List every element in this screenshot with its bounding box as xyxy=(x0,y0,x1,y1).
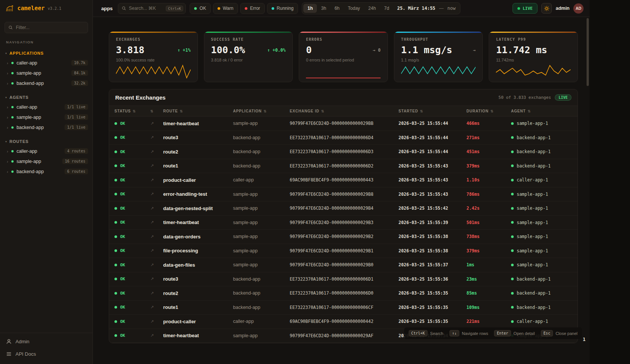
sidebar-item[interactable]: › sample-app 1/1 live xyxy=(0,112,93,122)
status-filter-pill[interactable]: Error xyxy=(240,3,265,14)
status-filter-pill[interactable]: Running xyxy=(267,3,298,14)
sidebar-item-label: sample-app xyxy=(17,115,41,120)
table-header: STATUS⇅⇅ROUTE⇅APPLICATION⇅EXCHANGE ID⇅ST… xyxy=(109,106,578,117)
column-header[interactable]: ⇅ xyxy=(150,109,163,113)
card-sparkline xyxy=(116,62,191,79)
card-value: 100.0% xyxy=(211,45,245,55)
sidebar-section-header[interactable]: ▾ ROUTES xyxy=(0,137,93,146)
table-row[interactable]: OK ↗ route3 backend-app EE7322370A10617-… xyxy=(109,272,578,287)
table-row[interactable]: OK ↗ data-gen-orders sample-app 90799F47… xyxy=(109,230,578,244)
status-badge: OK xyxy=(120,192,125,197)
table-row[interactable]: OK ↗ file-processing sample-app 90799F47… xyxy=(109,244,578,258)
sidebar-sections: ▾ APPLICATIONS › caller-app 10.7k › samp… xyxy=(0,44,93,177)
sidebar-item[interactable]: › backend-app 32.2k xyxy=(0,78,93,88)
camel-logo-icon xyxy=(5,4,14,12)
column-header[interactable]: EXCHANGE ID⇅ xyxy=(290,109,398,113)
ok-dot-icon xyxy=(114,278,117,280)
ok-dot-icon xyxy=(114,221,117,224)
ok-dot-icon xyxy=(114,164,117,167)
ok-dot-icon xyxy=(114,122,117,125)
hint-key: Ctrl+K xyxy=(409,330,428,336)
time-range-button[interactable]: 7d xyxy=(380,4,393,13)
sidebar-item-api-docs[interactable]: API Docs xyxy=(0,348,93,360)
table-row[interactable]: OK ↗ route3 backend-app EE7322370A10617-… xyxy=(109,131,578,145)
column-header[interactable]: STARTED⇅ xyxy=(398,109,466,113)
column-header[interactable]: ROUTE⇅ xyxy=(163,109,233,113)
context-label: apps xyxy=(101,6,113,11)
agent-dot-icon xyxy=(511,179,514,181)
keyboard-hint: Esc Close panel xyxy=(541,330,578,336)
route-name: timer-heartbeat xyxy=(163,333,233,338)
status-filter-label: Running xyxy=(277,6,294,11)
column-label: STARTED xyxy=(398,109,418,113)
exchange-id: EE7322370A10617-00000000000006D4 xyxy=(290,135,398,140)
ok-dot-icon xyxy=(114,249,117,252)
app-version: v3.2.1 xyxy=(48,6,61,11)
table-row[interactable]: OK ↗ timer-heartbeat sample-app 90799F47… xyxy=(109,216,578,230)
agent-cell: sample-app-1 xyxy=(511,248,572,253)
started-time: 2026-03-25 15:55:37 xyxy=(398,262,466,267)
scrollbar-thumb[interactable] xyxy=(587,18,589,86)
time-range-button[interactable]: 24h xyxy=(364,4,380,13)
agent-cell: backend-app-1 xyxy=(511,135,572,140)
chevron-right-icon: › xyxy=(7,81,8,86)
live-dot-icon xyxy=(517,7,520,10)
exchange-id: 69AC90BF8EBC4F9-0000000000000443 xyxy=(290,177,398,183)
table-row[interactable]: OK ↗ route1 backend-app EE7322370A10617-… xyxy=(109,301,578,315)
started-time: 2026-03-25 15:55:43 xyxy=(398,192,466,197)
sidebar-item[interactable]: › caller-app 1/1 live xyxy=(0,102,93,112)
table-row[interactable]: OK ↗ timer-heartbeat sample-app 90799F47… xyxy=(109,117,578,131)
sidebar-filter-input[interactable]: Filter... xyxy=(5,22,88,33)
status-filter-pill[interactable]: Warn xyxy=(213,3,238,14)
agent-cell: sample-app-1 xyxy=(511,234,572,239)
application-name: sample-app xyxy=(233,262,290,267)
table-row[interactable]: OK ↗ product-caller caller-app 69AC90BF8… xyxy=(109,315,578,329)
table-row[interactable]: OK ↗ product-caller caller-app 69AC90BF8… xyxy=(109,173,578,187)
application-name: backend-app xyxy=(233,135,290,140)
sidebar-section-header[interactable]: ▾ APPLICATIONS xyxy=(0,49,93,58)
exchange-id: 90799F47E6CD24D-00000000000029B2 xyxy=(290,234,398,239)
time-range-button[interactable]: 6h xyxy=(330,4,344,13)
table-row[interactable]: OK ↗ error-handling-test sample-app 9079… xyxy=(109,187,578,202)
sidebar-item-admin[interactable]: Admin xyxy=(0,335,93,348)
avatar[interactable]: AD xyxy=(573,3,584,14)
started-time: 2026-03-25 15:55:35 xyxy=(398,319,466,324)
time-range-button[interactable]: Today xyxy=(344,4,364,13)
sidebar-item[interactable]: › caller-app 10.7k xyxy=(0,58,93,68)
time-range-button[interactable]: 3h xyxy=(317,4,330,13)
started-time: 2026-03-25 15:55:35 xyxy=(398,290,466,296)
exchange-id: 90799F47E6CD24D-00000000000029B0 xyxy=(290,262,398,267)
date-display[interactable]: 25. März 14:55 xyxy=(397,6,435,11)
card-value: 1.1 msg/s xyxy=(401,45,452,55)
route-link-icon: ↗ xyxy=(150,192,163,197)
status-filter-pill[interactable]: OK xyxy=(190,3,210,14)
table-row[interactable]: OK ↗ data-gen-nested-split sample-app 90… xyxy=(109,201,578,216)
column-header[interactable]: STATUS⇅ xyxy=(114,109,150,113)
sidebar-item-label: sample-app xyxy=(17,71,41,76)
theme-toggle-button[interactable] xyxy=(541,3,552,14)
time-range-button[interactable]: 1h xyxy=(303,4,317,13)
route-name: route2 xyxy=(163,149,233,155)
table-row[interactable]: OK ↗ data-gen-files sample-app 90799F47E… xyxy=(109,258,578,272)
table-row[interactable]: OK ↗ route2 backend-app EE7322370A10617-… xyxy=(109,286,578,301)
sidebar-item-label: sample-app xyxy=(17,159,41,164)
column-header[interactable]: DURATION⇅ xyxy=(466,109,511,113)
global-search-input[interactable]: Search... ⌘K Ctrl+K xyxy=(118,3,186,14)
now-button[interactable]: now xyxy=(448,6,456,11)
sidebar-item[interactable]: › backend-app 1/1 live xyxy=(0,122,93,132)
sidebar-item-badge: 1/1 live xyxy=(65,124,88,130)
sidebar-item[interactable]: › sample-app 16 routes xyxy=(0,156,93,166)
sidebar-item[interactable]: › backend-app 6 routes xyxy=(0,166,93,177)
sidebar-section-header[interactable]: ▾ AGENTS xyxy=(0,93,93,102)
live-toggle-button[interactable]: LIVE xyxy=(513,3,538,14)
application-name: backend-app xyxy=(233,149,290,154)
table-row[interactable]: OK ↗ route2 backend-app EE7322370A10617-… xyxy=(109,145,578,159)
sidebar-item[interactable]: › caller-app 4 routes xyxy=(0,146,93,156)
card-value: 3.818 xyxy=(116,45,144,55)
table-row[interactable]: OK ↗ route1 backend-app EE7322370A10617-… xyxy=(109,159,578,174)
exchange-id: 90799F47E6CD24D-00000000000029B1 xyxy=(290,248,398,253)
sidebar-item[interactable]: › sample-app 84.1k xyxy=(0,68,93,78)
column-header[interactable]: AGENT⇅ xyxy=(511,109,572,113)
ok-dot-icon xyxy=(114,306,117,309)
column-header[interactable]: APPLICATION⇅ xyxy=(233,109,290,113)
